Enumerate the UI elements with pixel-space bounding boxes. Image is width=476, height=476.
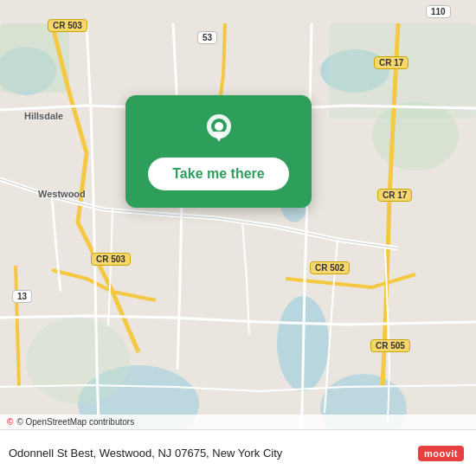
svg-point-9: [26, 318, 130, 404]
svg-point-8: [372, 101, 459, 170]
road-badge-cr505: CR 505: [370, 339, 410, 352]
moovit-logo: moovit: [418, 446, 464, 461]
map-container: CR 503 53 CR 17 CR 17 CR 503 13 CR 502 C…: [0, 0, 476, 476]
town-label-hillsdale: Hillsdale: [24, 111, 63, 121]
town-label-westwood: Westwood: [38, 189, 86, 199]
address-city: New York City: [212, 447, 282, 460]
moovit-logo-text: moovit: [418, 446, 464, 461]
osm-attribution-bar: © © OpenStreetMap contributors: [0, 415, 476, 429]
road-badge-r53: 53: [197, 31, 217, 44]
location-pin-icon: [200, 111, 238, 149]
take-me-there-button[interactable]: Take me there: [148, 158, 288, 190]
address-main: Odonnell St Best, Westwood, NJ 07675,: [9, 447, 209, 460]
map-roads: [0, 0, 476, 476]
road-badge-cr502: CR 502: [310, 261, 350, 274]
location-card: Take me there: [125, 95, 312, 208]
road-badge-cr503-bot: CR 503: [91, 253, 131, 266]
road-badge-r13: 13: [12, 290, 32, 303]
address-bar: Odonnell St Best, Westwood, NJ 07675, Ne…: [0, 429, 476, 476]
road-badge-r110: 110: [426, 5, 451, 18]
road-badge-cr503-top: CR 503: [48, 19, 87, 32]
address-text: Odonnell St Best, Westwood, NJ 07675, Ne…: [9, 447, 282, 460]
osm-logo: ©: [7, 417, 13, 427]
road-badge-cr17-top: CR 17: [374, 56, 408, 69]
osm-attribution-text: © OpenStreetMap contributors: [16, 417, 134, 427]
road-badge-cr17-mid: CR 17: [377, 189, 412, 202]
svg-point-12: [215, 122, 223, 131]
